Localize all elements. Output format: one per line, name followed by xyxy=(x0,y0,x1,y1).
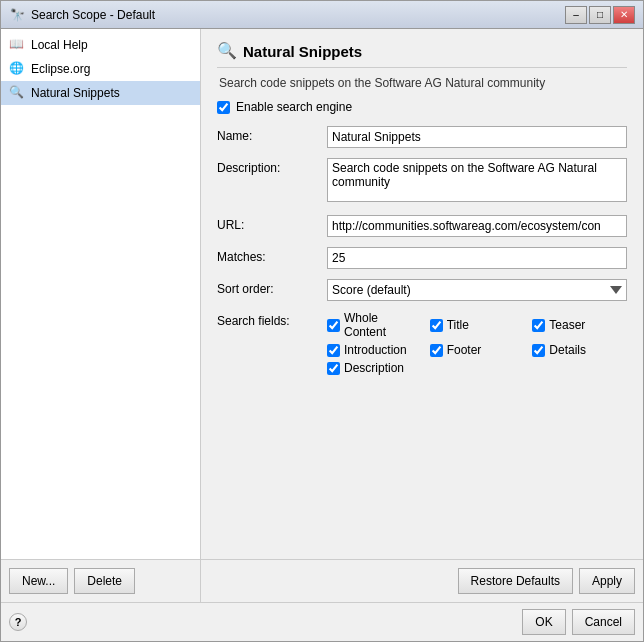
name-value-container xyxy=(327,126,627,148)
description-checkbox[interactable] xyxy=(327,362,340,375)
description-row: Description: Search code snippets on the… xyxy=(217,158,627,205)
sidebar-item-label-eclipse-org: Eclipse.org xyxy=(31,62,90,76)
help-button[interactable]: ? xyxy=(9,613,27,631)
url-input[interactable] xyxy=(327,215,627,237)
matches-value-container xyxy=(327,247,627,269)
delete-button[interactable]: Delete xyxy=(74,568,135,594)
page-title: Natural Snippets xyxy=(243,43,362,60)
main-panel: 🔍 Natural Snippets Search code snippets … xyxy=(201,29,643,559)
description-textarea[interactable]: Search code snippets on the Software AG … xyxy=(327,158,627,202)
whole-content-label[interactable]: Whole Content xyxy=(344,311,422,339)
panel-bottom-row: New... Delete Restore Defaults Apply xyxy=(1,559,643,602)
dialog-buttons: OK Cancel xyxy=(27,609,635,635)
title-bar: 🔭 Search Scope - Default – □ ✕ xyxy=(1,1,643,29)
enable-search-label[interactable]: Enable search engine xyxy=(236,100,352,114)
help-row: ? OK Cancel xyxy=(1,602,643,641)
checkbox-item-introduction: Introduction xyxy=(327,343,422,357)
sidebar-item-label-natural-snippets: Natural Snippets xyxy=(31,86,120,100)
title-bar-buttons: – □ ✕ xyxy=(565,6,635,24)
maximize-button[interactable]: □ xyxy=(589,6,611,24)
description-label[interactable]: Description xyxy=(344,361,404,375)
cancel-button[interactable]: Cancel xyxy=(572,609,635,635)
search-fields-row: Search fields: Whole Content Title xyxy=(217,311,627,375)
introduction-checkbox[interactable] xyxy=(327,344,340,357)
title-bar-icon: 🔭 xyxy=(9,7,25,23)
description-value-container: Search code snippets on the Software AG … xyxy=(327,158,627,205)
title-label[interactable]: Title xyxy=(447,318,469,332)
footer-label[interactable]: Footer xyxy=(447,343,482,357)
description-label: Description: xyxy=(217,158,327,175)
teaser-checkbox[interactable] xyxy=(532,319,545,332)
bottom-section: New... Delete Restore Defaults Apply ? O… xyxy=(1,559,643,641)
name-input[interactable] xyxy=(327,126,627,148)
whole-content-checkbox[interactable] xyxy=(327,319,340,332)
page-title-icon: 🔍 xyxy=(217,41,237,61)
sidebar-item-eclipse-org[interactable]: 🌐 Eclipse.org xyxy=(1,57,200,81)
main-actions: Restore Defaults Apply xyxy=(201,560,643,602)
sort-order-row: Sort order: Score (default) Date Relevan… xyxy=(217,279,627,301)
page-title-area: 🔍 Natural Snippets xyxy=(217,41,627,68)
window: 🔭 Search Scope - Default – □ ✕ 📖 Local H… xyxy=(0,0,644,642)
footer-checkbox[interactable] xyxy=(430,344,443,357)
sidebar-item-label-local-help: Local Help xyxy=(31,38,88,52)
natural-snippets-icon: 🔍 xyxy=(9,85,25,101)
introduction-label[interactable]: Introduction xyxy=(344,343,407,357)
sidebar: 📖 Local Help 🌐 Eclipse.org 🔍 Natural Sni… xyxy=(1,29,201,559)
sidebar-item-local-help[interactable]: 📖 Local Help xyxy=(1,33,200,57)
checkbox-item-footer: Footer xyxy=(430,343,525,357)
sort-order-select[interactable]: Score (default) Date Relevance xyxy=(327,279,627,301)
url-label: URL: xyxy=(217,215,327,232)
checkbox-item-whole-content: Whole Content xyxy=(327,311,422,339)
apply-button[interactable]: Apply xyxy=(579,568,635,594)
search-fields-value-container: Whole Content Title Teaser Introduc xyxy=(327,311,627,375)
url-value-container xyxy=(327,215,627,237)
title-checkbox[interactable] xyxy=(430,319,443,332)
close-button[interactable]: ✕ xyxy=(613,6,635,24)
matches-row: Matches: xyxy=(217,247,627,269)
details-label[interactable]: Details xyxy=(549,343,586,357)
sort-order-value-container: Score (default) Date Relevance xyxy=(327,279,627,301)
checkbox-item-details: Details xyxy=(532,343,627,357)
title-bar-text: Search Scope - Default xyxy=(31,8,565,22)
checkbox-item-description: Description xyxy=(327,361,422,375)
checkbox-item-teaser: Teaser xyxy=(532,311,627,339)
checkbox-item-title: Title xyxy=(430,311,525,339)
teaser-label[interactable]: Teaser xyxy=(549,318,585,332)
content-area: 📖 Local Help 🌐 Eclipse.org 🔍 Natural Sni… xyxy=(1,29,643,559)
sidebar-actions: New... Delete xyxy=(1,560,201,602)
restore-defaults-button[interactable]: Restore Defaults xyxy=(458,568,573,594)
minimize-button[interactable]: – xyxy=(565,6,587,24)
checkboxes-grid: Whole Content Title Teaser Introduc xyxy=(327,311,627,375)
details-checkbox[interactable] xyxy=(532,344,545,357)
ok-button[interactable]: OK xyxy=(522,609,565,635)
name-row: Name: xyxy=(217,126,627,148)
new-button[interactable]: New... xyxy=(9,568,68,594)
matches-label: Matches: xyxy=(217,247,327,264)
url-row: URL: xyxy=(217,215,627,237)
eclipse-org-icon: 🌐 xyxy=(9,61,25,77)
enable-search-checkbox[interactable] xyxy=(217,101,230,114)
local-help-icon: 📖 xyxy=(9,37,25,53)
subtitle: Search code snippets on the Software AG … xyxy=(219,76,627,90)
sidebar-item-natural-snippets[interactable]: 🔍 Natural Snippets xyxy=(1,81,200,105)
search-fields-label: Search fields: xyxy=(217,311,327,328)
sort-order-label: Sort order: xyxy=(217,279,327,296)
matches-input[interactable] xyxy=(327,247,627,269)
name-label: Name: xyxy=(217,126,327,143)
enable-checkbox-row: Enable search engine xyxy=(217,100,627,114)
